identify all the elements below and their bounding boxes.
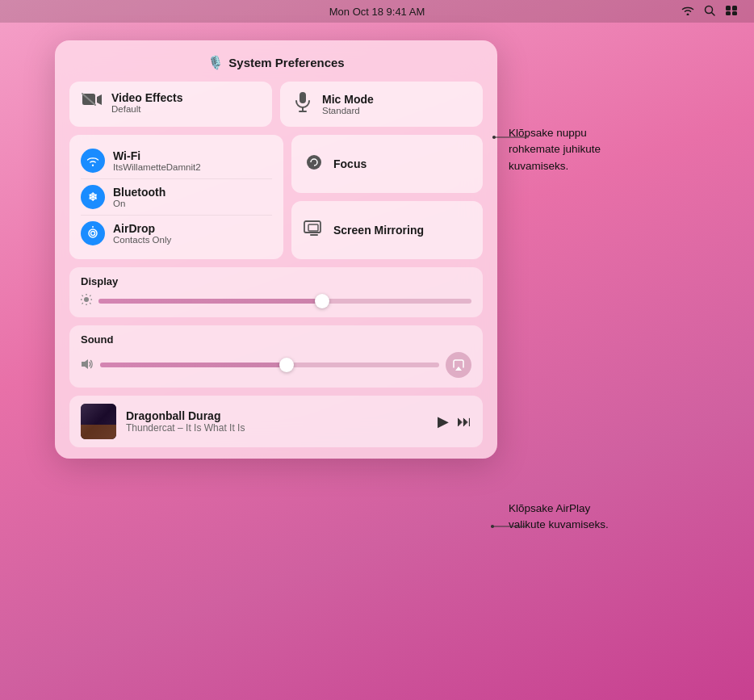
menubar-icons: [681, 5, 738, 19]
focus-card[interactable]: Focus: [291, 135, 483, 193]
play-button[interactable]: ▶: [438, 413, 449, 430]
screen-mirroring-title: Screen Mirroring: [333, 224, 424, 237]
search-menubar-icon[interactable]: [704, 5, 715, 19]
mic-mode-sub: Standard: [322, 106, 374, 115]
brightness-track[interactable]: [98, 299, 471, 304]
network-stack-card: Wi-Fi ItsWillametteDamnit2 ❄ Bluetooth O…: [69, 135, 283, 259]
airplay-button[interactable]: [446, 352, 471, 378]
screen-mirroring-icon: [303, 220, 325, 241]
sound-label: Sound: [81, 333, 471, 346]
volume-track[interactable]: [100, 363, 439, 367]
display-label: Display: [81, 275, 471, 287]
svg-point-12: [91, 232, 95, 236]
mic-mode-icon: [291, 91, 314, 117]
brightness-low-icon: [81, 294, 92, 308]
control-center-menubar-icon[interactable]: [725, 5, 738, 19]
playback-controls: ▶ ⏭: [438, 413, 471, 430]
svg-marker-26: [82, 359, 88, 369]
panel-title-text: System Preferences: [228, 56, 344, 69]
mic-mode-title: Mic Mode: [322, 93, 374, 106]
video-effects-title: Video Effects: [111, 91, 182, 104]
now-playing-artist: Thundercat – It Is What It Is: [126, 422, 428, 434]
volume-slider-row: [81, 352, 471, 378]
airdrop-sub: Contacts Only: [113, 235, 171, 245]
svg-point-30: [491, 525, 494, 528]
screen-mirroring-card[interactable]: Screen Mirroring: [291, 201, 483, 259]
svg-line-25: [82, 304, 83, 304]
svg-point-11: [89, 229, 97, 237]
now-playing-title: Dragonball Durag: [126, 409, 428, 422]
annotation-top-line: [492, 113, 533, 161]
right-stack: Focus Screen Mirroring: [291, 135, 483, 259]
svg-rect-8: [300, 92, 306, 103]
svg-line-23: [90, 304, 91, 304]
bluetooth-circle-icon: ❄: [81, 185, 105, 209]
control-center-panel: 🎙️ System Preferences Video Effects Defa…: [55, 40, 497, 459]
display-section: Display: [69, 267, 483, 317]
svg-point-17: [84, 297, 89, 302]
svg-line-22: [82, 296, 83, 296]
airdrop-circle-icon: [81, 221, 105, 245]
wifi-sub: ItsWillametteDamnit2: [113, 162, 201, 172]
video-effects-sub: Default: [111, 104, 182, 114]
wifi-title: Wi-Fi: [113, 149, 201, 162]
svg-rect-3: [732, 6, 737, 10]
row-2: Wi-Fi ItsWillametteDamnit2 ❄ Bluetooth O…: [69, 135, 483, 259]
forward-button[interactable]: ⏭: [457, 413, 471, 430]
svg-rect-15: [308, 224, 318, 231]
svg-rect-2: [726, 6, 731, 10]
airdrop-title: AirDrop: [113, 222, 171, 235]
datetime-label: Mon Oct 18 9:41 AM: [329, 6, 425, 18]
annotation-bottom-line: [491, 517, 531, 541]
airdrop-item[interactable]: AirDrop Contacts Only: [81, 216, 272, 251]
wifi-circle-icon: [81, 149, 105, 173]
row-1: Video Effects Default Mic Mode: [69, 82, 483, 127]
panel-title: 🎙️ System Preferences: [69, 55, 483, 70]
svg-point-28: [492, 136, 496, 139]
volume-low-icon: [81, 358, 94, 372]
sound-section: Sound: [69, 325, 483, 388]
focus-icon: [303, 153, 325, 175]
wifi-item[interactable]: Wi-Fi ItsWillametteDamnit2: [81, 143, 272, 179]
video-effects-card[interactable]: Video Effects Default: [69, 82, 272, 127]
focus-title: Focus: [333, 157, 367, 170]
svg-rect-5: [732, 11, 737, 15]
svg-rect-4: [726, 11, 731, 15]
mic-mode-card[interactable]: Mic Mode Standard: [280, 82, 483, 127]
now-playing-section: Dragonball Durag Thundercat – It Is What…: [69, 396, 483, 447]
bluetooth-item[interactable]: ❄ Bluetooth On: [81, 179, 272, 216]
menubar: Mon Oct 18 9:41 AM: [0, 0, 754, 23]
svg-line-1: [712, 12, 715, 15]
now-playing-info: Dragonball Durag Thundercat – It Is What…: [126, 409, 428, 434]
menubar-datetime: Mon Oct 18 9:41 AM: [329, 6, 425, 18]
brightness-slider-row: [81, 294, 471, 308]
video-effects-icon: [81, 91, 103, 114]
panel-title-icon: 🎙️: [207, 55, 224, 70]
svg-line-24: [90, 296, 91, 296]
bluetooth-sub: On: [113, 199, 165, 208]
album-art: [81, 404, 116, 439]
wifi-menubar-icon[interactable]: [681, 5, 694, 18]
bluetooth-title: Bluetooth: [113, 186, 165, 199]
